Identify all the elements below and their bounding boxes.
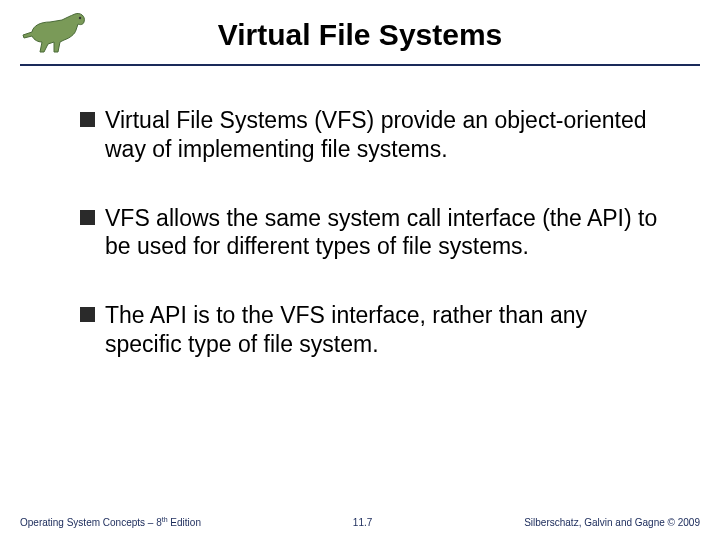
footer-left-prefix: Operating System Concepts – 8 [20,517,162,528]
slide-content: Virtual File Systems (VFS) provide an ob… [0,86,720,359]
slide: Virtual File Systems Virtual File System… [0,0,720,540]
bullet-text: VFS allows the same system call interfac… [105,204,660,262]
square-bullet-icon [80,112,95,127]
footer-page-number: 11.7 [353,517,372,528]
bullet-text: Virtual File Systems (VFS) provide an ob… [105,106,660,164]
bullet-item: The API is to the VFS interface, rather … [80,301,660,359]
square-bullet-icon [80,210,95,225]
footer-left: Operating System Concepts – 8th Edition [20,516,201,528]
bullet-item: VFS allows the same system call interfac… [80,204,660,262]
square-bullet-icon [80,307,95,322]
footer-left-suffix: Edition [168,517,201,528]
bullet-text: The API is to the VFS interface, rather … [105,301,660,359]
bullet-item: Virtual File Systems (VFS) provide an ob… [80,106,660,164]
slide-header: Virtual File Systems [0,0,720,86]
header-rule [20,64,700,66]
slide-footer: Operating System Concepts – 8th Edition … [0,516,720,528]
footer-right: Silberschatz, Galvin and Gagne © 2009 [524,517,700,528]
slide-title: Virtual File Systems [0,18,720,52]
